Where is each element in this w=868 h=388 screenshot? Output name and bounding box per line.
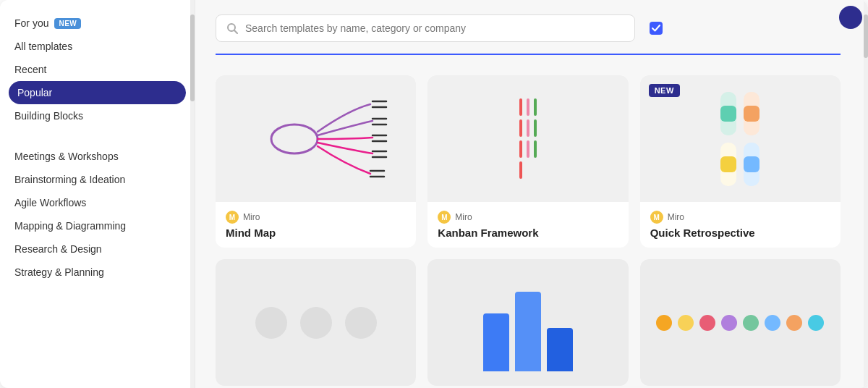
wireframe-circle bbox=[345, 307, 377, 339]
author-icon: M bbox=[226, 211, 239, 224]
use-cases-section-title bbox=[0, 127, 195, 145]
card-info: M Miro Quick Retrospective bbox=[640, 202, 841, 248]
sidebar-item-label: All templates bbox=[14, 41, 72, 52]
main-content: M Miro Mind Map bbox=[195, 0, 868, 388]
card-title: Quick Retrospective bbox=[650, 227, 830, 239]
show-checkbox[interactable] bbox=[650, 22, 663, 35]
search-icon bbox=[226, 22, 238, 34]
author-icon: M bbox=[650, 211, 663, 224]
sidebar-item-label: For you bbox=[14, 17, 48, 29]
sidebar-item-agile[interactable]: Agile Workflows bbox=[0, 191, 195, 214]
card-preview-chart bbox=[427, 259, 628, 386]
sidebar-item-popular[interactable]: Popular bbox=[9, 81, 186, 104]
template-card-quick-retrospective[interactable]: NEW M bbox=[640, 75, 841, 248]
svg-point-2 bbox=[271, 125, 318, 153]
color-dot bbox=[656, 315, 672, 331]
new-badge: NEW bbox=[54, 18, 81, 29]
wireframe-circle bbox=[255, 307, 287, 339]
card-author: M Miro bbox=[438, 211, 618, 224]
sidebar-item-building-blocks[interactable]: Building Blocks bbox=[0, 104, 195, 127]
card-title: Kanban Framework bbox=[438, 227, 618, 239]
template-card-wireframe[interactable] bbox=[216, 259, 416, 386]
search-row bbox=[216, 14, 841, 42]
chart-bar bbox=[483, 313, 509, 371]
card-info: M Miro Mind Map bbox=[216, 202, 416, 248]
sidebar-item-label: Recent bbox=[14, 64, 46, 75]
card-preview-wireframe bbox=[216, 259, 416, 386]
search-bar[interactable] bbox=[216, 14, 635, 42]
sidebar-item-meetings[interactable]: Meetings & Workshops bbox=[0, 145, 195, 168]
sidebar-item-strategy[interactable]: Strategy & Planning bbox=[0, 261, 195, 284]
sidebar-item-label: Research & Design bbox=[14, 243, 102, 255]
sidebar-item-label: Agile Workflows bbox=[14, 197, 86, 208]
card-title: Mind Map bbox=[226, 227, 406, 239]
sidebar-item-brainstorming[interactable]: Brainstorming & Ideation bbox=[0, 168, 195, 191]
template-card-colorful[interactable] bbox=[640, 259, 841, 386]
author-icon: M bbox=[438, 211, 451, 224]
card-preview-kanban bbox=[427, 75, 628, 202]
card-preview-colorful bbox=[640, 259, 841, 386]
sidebar-item-label: Brainstorming & Ideation bbox=[14, 174, 125, 185]
card-preview-mindmap bbox=[216, 75, 416, 202]
new-badge: NEW bbox=[649, 84, 680, 97]
card-preview-retro: NEW bbox=[640, 75, 841, 202]
color-dot bbox=[678, 315, 694, 331]
sidebar-item-label: Popular bbox=[17, 87, 52, 98]
card-author: M Miro bbox=[650, 211, 830, 224]
sidebar-item-label: Meetings & Workshops bbox=[14, 151, 119, 162]
author-name: Miro bbox=[243, 212, 260, 222]
template-card-mind-map[interactable]: M Miro Mind Map bbox=[216, 75, 416, 248]
template-card-kanban-framework[interactable]: M Miro Kanban Framework bbox=[427, 75, 628, 248]
color-dot bbox=[786, 315, 802, 331]
color-dot bbox=[699, 315, 715, 331]
svg-line-1 bbox=[234, 30, 237, 33]
color-dot bbox=[743, 315, 759, 331]
author-name: Miro bbox=[455, 212, 472, 222]
sidebar: For youNEWAll templatesRecentPopularBuil… bbox=[0, 0, 195, 388]
sidebar-item-label: Strategy & Planning bbox=[14, 266, 104, 278]
sidebar-item-label: Building Blocks bbox=[14, 110, 83, 122]
template-card-chart[interactable] bbox=[427, 259, 628, 386]
sidebar-item-research[interactable]: Research & Design bbox=[0, 237, 195, 261]
miroverse-section-title bbox=[0, 284, 195, 301]
color-dot bbox=[808, 315, 824, 331]
sidebar-item-recent[interactable]: Recent bbox=[0, 58, 195, 81]
sidebar-item-all-templates[interactable]: All templates bbox=[0, 35, 195, 58]
sidebar-item-for-you[interactable]: For youNEW bbox=[0, 12, 195, 35]
close-button[interactable] bbox=[839, 6, 862, 29]
search-input[interactable] bbox=[245, 22, 624, 34]
chart-bar bbox=[515, 292, 541, 371]
wireframe-circle bbox=[300, 307, 332, 339]
card-author: M Miro bbox=[226, 211, 406, 224]
main-description bbox=[216, 54, 841, 61]
author-name: Miro bbox=[668, 212, 684, 222]
cards-grid: M Miro Mind Map bbox=[216, 75, 841, 386]
sidebar-item-mapping[interactable]: Mapping & Diagramming bbox=[0, 214, 195, 237]
show-checkbox-row bbox=[650, 22, 668, 35]
chart-bar bbox=[547, 328, 573, 371]
color-dot bbox=[721, 315, 737, 331]
color-dot bbox=[765, 315, 780, 331]
sidebar-item-label: Mapping & Diagramming bbox=[14, 220, 126, 232]
card-info: M Miro Kanban Framework bbox=[427, 202, 628, 248]
